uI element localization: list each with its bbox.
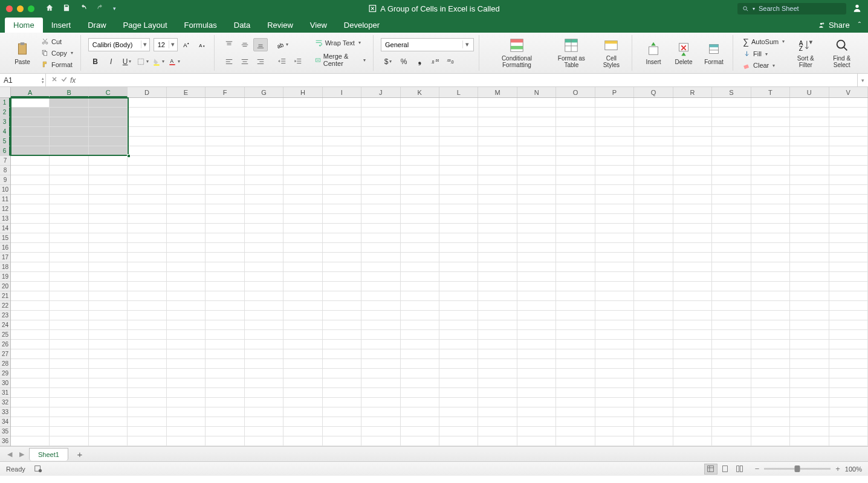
cell[interactable] <box>595 320 634 330</box>
cell[interactable] <box>478 427 517 436</box>
cell[interactable] <box>206 369 244 378</box>
cell[interactable] <box>595 214 634 224</box>
cell[interactable] <box>167 224 206 233</box>
cell[interactable] <box>751 243 790 253</box>
cell[interactable] <box>283 117 322 127</box>
qat-caret-icon[interactable]: ▾ <box>113 5 116 11</box>
cell[interactable] <box>206 340 244 349</box>
cell[interactable] <box>751 117 790 127</box>
cell[interactable] <box>634 175 673 185</box>
cell[interactable] <box>439 340 478 349</box>
cell[interactable] <box>128 185 166 195</box>
cell[interactable] <box>245 330 283 340</box>
delete-cells-button[interactable]: Delete <box>670 35 698 71</box>
cell[interactable] <box>401 262 439 272</box>
cell[interactable] <box>401 166 439 175</box>
cell[interactable] <box>89 127 128 137</box>
cell[interactable] <box>323 407 361 417</box>
cell[interactable] <box>167 214 206 224</box>
cell[interactable] <box>439 137 478 146</box>
cell[interactable] <box>517 233 556 243</box>
cell[interactable] <box>712 330 751 340</box>
cell[interactable] <box>401 359 439 369</box>
cell[interactable] <box>401 127 439 137</box>
cell[interactable] <box>790 388 829 398</box>
cell[interactable] <box>206 204 244 214</box>
cell[interactable] <box>89 311 128 320</box>
cell[interactable] <box>128 291 166 301</box>
cell[interactable] <box>50 340 88 349</box>
cell[interactable] <box>556 427 595 436</box>
cell[interactable] <box>128 330 166 340</box>
row-header-25[interactable]: 25 <box>0 330 10 340</box>
paste-button[interactable]: Paste <box>8 35 36 71</box>
cell[interactable] <box>206 243 244 253</box>
conditional-formatting-button[interactable]: Conditional Formatting <box>487 35 547 71</box>
cell[interactable] <box>89 98 128 108</box>
cell[interactable] <box>361 166 400 175</box>
cell[interactable] <box>517 311 556 320</box>
zoom-value[interactable]: 100% <box>845 465 862 473</box>
cell[interactable] <box>206 108 244 117</box>
cell[interactable] <box>556 262 595 272</box>
cell[interactable] <box>439 117 478 127</box>
cell[interactable] <box>89 233 128 243</box>
cell[interactable] <box>673 175 712 185</box>
cell[interactable] <box>439 185 478 195</box>
col-header-S[interactable]: S <box>712 87 751 97</box>
cell[interactable] <box>751 108 790 117</box>
cell[interactable] <box>634 436 673 446</box>
copy-button[interactable]: Copy▾ <box>39 48 76 58</box>
cell[interactable] <box>361 330 400 340</box>
cell[interactable] <box>245 98 283 108</box>
cell[interactable] <box>283 262 322 272</box>
cell[interactable] <box>829 243 868 253</box>
cell[interactable] <box>517 214 556 224</box>
cell[interactable] <box>478 262 517 272</box>
minimize-window-icon[interactable] <box>17 5 24 12</box>
cell[interactable] <box>595 243 634 253</box>
cell[interactable] <box>323 349 361 359</box>
cell[interactable] <box>712 349 751 359</box>
name-box[interactable]: A1 ▴▾ <box>0 74 46 86</box>
cell[interactable] <box>556 127 595 137</box>
cell[interactable] <box>11 224 50 233</box>
cell[interactable] <box>245 320 283 330</box>
row-header-20[interactable]: 20 <box>0 282 10 291</box>
cell[interactable] <box>712 243 751 253</box>
cell[interactable] <box>673 436 712 446</box>
cell[interactable] <box>401 388 439 398</box>
tab-review[interactable]: Review <box>259 18 302 33</box>
col-header-B[interactable]: B <box>50 87 88 97</box>
cell[interactable] <box>634 243 673 253</box>
cell[interactable] <box>323 98 361 108</box>
cell[interactable] <box>401 224 439 233</box>
comma-icon[interactable]: ❟ <box>412 55 427 68</box>
cell[interactable] <box>11 204 50 214</box>
cell[interactable] <box>517 108 556 117</box>
cell[interactable] <box>712 340 751 349</box>
cell[interactable] <box>829 166 868 175</box>
cell[interactable] <box>790 417 829 427</box>
cell[interactable] <box>361 320 400 330</box>
cell[interactable] <box>712 166 751 175</box>
cell[interactable] <box>361 398 400 407</box>
cell[interactable] <box>829 340 868 349</box>
cell[interactable] <box>634 320 673 330</box>
cell[interactable] <box>478 253 517 262</box>
cell[interactable] <box>401 175 439 185</box>
cell[interactable] <box>128 108 166 117</box>
cell[interactable] <box>89 320 128 330</box>
cell[interactable] <box>439 388 478 398</box>
cell[interactable] <box>829 301 868 311</box>
col-header-L[interactable]: L <box>439 87 478 97</box>
cell[interactable] <box>751 291 790 301</box>
cell[interactable] <box>673 388 712 398</box>
cell[interactable] <box>634 185 673 195</box>
cell[interactable] <box>712 108 751 117</box>
col-header-G[interactable]: G <box>245 87 283 97</box>
tab-view[interactable]: View <box>302 18 335 33</box>
cell[interactable] <box>89 301 128 311</box>
cell[interactable] <box>50 272 88 282</box>
cell[interactable] <box>11 127 50 137</box>
